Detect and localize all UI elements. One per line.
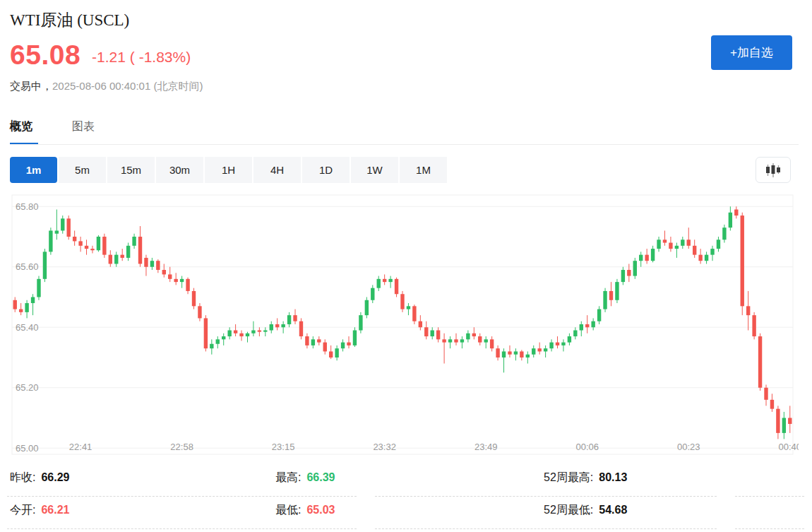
candle-body — [448, 339, 452, 342]
trading-status: 交易中， — [10, 80, 52, 92]
candle-body — [43, 252, 47, 278]
interval-button-1d[interactable]: 1D — [302, 157, 350, 183]
y-axis-label: 65.60 — [16, 261, 39, 272]
candle-body — [472, 333, 476, 336]
price-change: -1.21 ( -1.83%) — [92, 49, 191, 65]
candle-body — [585, 324, 589, 327]
add-watchlist-button[interactable]: +加自选 — [711, 35, 792, 70]
candle-body — [234, 331, 237, 333]
interval-selector: 1m5m15m30m1H4H1D1W1M — [10, 157, 448, 183]
candle-body — [371, 288, 374, 300]
candle-body — [454, 339, 458, 342]
candle-body — [615, 282, 619, 300]
candle-body — [180, 279, 184, 282]
candle-body — [520, 351, 523, 357]
x-axis-label: 23:49 — [474, 442, 498, 452]
candle-body — [186, 279, 189, 291]
chart-style-button[interactable] — [756, 157, 791, 183]
candle-body — [85, 246, 88, 249]
dashed-divider — [7, 496, 357, 497]
stat-week52-high: 52周最高:80.13 — [544, 471, 627, 485]
candle-body — [299, 321, 303, 336]
interval-button-15m[interactable]: 15m — [107, 157, 155, 183]
candle-body — [156, 261, 160, 270]
candle-body — [19, 309, 23, 312]
candle-body — [639, 255, 643, 261]
candle-body — [746, 306, 750, 315]
candle-body — [609, 291, 613, 300]
candle-body — [353, 331, 357, 345]
candle-body — [365, 300, 369, 315]
candle-body — [466, 333, 470, 340]
candle-body — [526, 355, 530, 357]
y-axis-label: 65.40 — [16, 322, 39, 333]
candle-body — [597, 309, 601, 321]
candle-body — [216, 339, 220, 343]
candle-body — [675, 246, 679, 249]
x-axis-label: 22:41 — [69, 442, 92, 452]
candle-body — [270, 324, 273, 331]
candle-body — [734, 210, 738, 216]
stat-label: 52周最高: — [544, 471, 593, 483]
interval-button-4h[interactable]: 4H — [253, 157, 301, 183]
candle-body — [400, 294, 404, 309]
candle-body — [687, 240, 691, 246]
interval-button-1m[interactable]: 1M — [400, 157, 447, 183]
candle-body — [323, 343, 327, 352]
dashed-divider — [375, 496, 717, 497]
candle-body — [31, 297, 35, 303]
candle-body — [347, 343, 350, 345]
candle-body — [359, 315, 362, 330]
tab-overview[interactable]: 概览 — [10, 119, 32, 134]
candle-body — [568, 336, 571, 343]
candle-body — [627, 270, 631, 276]
interval-button-1h[interactable]: 1H — [205, 157, 252, 183]
stat-week52-low: 52周最低:54.68 — [544, 503, 627, 518]
candle-body — [717, 240, 720, 249]
interval-button-5m[interactable]: 5m — [59, 157, 106, 183]
price-row: 65.08-1.21 ( -1.83%) — [10, 40, 191, 71]
candle-body — [407, 306, 410, 309]
interval-button-1m[interactable]: 1m — [10, 157, 57, 183]
stat-value: 66.29 — [41, 471, 69, 483]
stat-label: 昨收: — [10, 471, 35, 483]
candle-body — [73, 237, 76, 241]
candle-body — [729, 213, 732, 227]
tab-chart[interactable]: 图表 — [72, 119, 95, 134]
interval-button-30m[interactable]: 30m — [156, 157, 203, 183]
candle-body — [484, 339, 487, 342]
interval-button-1w[interactable]: 1W — [351, 157, 398, 183]
candle-body — [293, 315, 297, 321]
y-axis-label: 65.80 — [16, 201, 39, 212]
candle-body — [663, 240, 667, 242]
candle-body — [168, 274, 172, 278]
candle-body — [431, 331, 434, 337]
tab-bar-divider — [10, 144, 799, 145]
candle-body — [412, 306, 416, 321]
candle-body — [198, 306, 201, 318]
candle-body — [782, 418, 786, 432]
candle-body — [419, 321, 422, 328]
candlestick-icon — [765, 162, 782, 178]
candle-body — [580, 324, 583, 331]
candle-body — [377, 279, 381, 288]
candle-body — [621, 270, 625, 282]
candle-body — [645, 255, 648, 261]
candle-body — [722, 227, 726, 240]
candle-body — [120, 255, 124, 258]
candle-body — [478, 336, 482, 343]
dashed-divider — [7, 528, 357, 529]
candle-body — [341, 343, 345, 349]
candle-body — [549, 343, 553, 349]
candle-body — [537, 348, 541, 351]
candle-body — [174, 279, 177, 282]
candle-body — [102, 237, 106, 255]
dashed-divider — [735, 496, 804, 497]
candle-body — [281, 324, 285, 327]
candle-body — [55, 230, 59, 233]
candle-body — [764, 388, 768, 400]
candle-body — [698, 255, 702, 261]
plot-border — [12, 195, 793, 454]
candlestick-chart[interactable]: 65.8065.6065.4065.2065.0022:4122:5823:15… — [0, 189, 799, 461]
candle-body — [788, 418, 792, 424]
